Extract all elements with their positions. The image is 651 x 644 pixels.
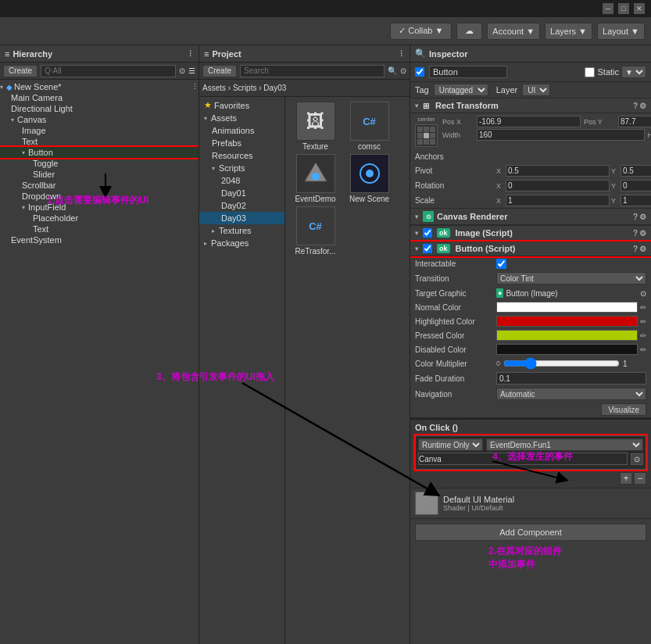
visualize-button[interactable]: Visualize (601, 403, 646, 416)
pivot-cell-center (424, 133, 429, 138)
asset-new-scene[interactable]: New Scene (344, 154, 395, 203)
interactable-checkbox[interactable] (496, 259, 506, 269)
fade-dur-input[interactable] (496, 372, 646, 385)
minimize-button[interactable]: ─ (603, 3, 613, 14)
static-checkbox[interactable] (585, 67, 595, 77)
rect-gear-icon[interactable]: ⚙ (639, 102, 646, 110)
highlighted-color-pencil-icon[interactable]: ✏ (640, 317, 646, 326)
layout-dropdown[interactable]: Layout ▼ (597, 23, 645, 40)
folder-day03[interactable]: Day03 (199, 212, 284, 224)
tree-item-scrollbar[interactable]: Scrollbar (0, 180, 199, 191)
tree-item-new-scene[interactable]: ▾ ◆ New Scene* ⋮ (0, 81, 199, 92)
folder-textures[interactable]: ▸ Textures (199, 224, 284, 237)
on-click-obj-input[interactable] (418, 453, 628, 465)
folder-assets[interactable]: ▾ Assets (199, 112, 284, 124)
hierarchy-more[interactable]: ⋮ (191, 83, 199, 91)
asset-retrasfor[interactable]: C# ReTrasfor... (290, 206, 341, 256)
image-script-checkbox[interactable] (423, 228, 432, 238)
folder-2048[interactable]: 2048 (199, 174, 284, 187)
canvas-renderer-header[interactable]: ▾ ⊙ Canvas Renderer ? ⚙ (410, 209, 651, 225)
button-script-checkbox[interactable] (423, 244, 432, 253)
button-script-header[interactable]: ▾ ok Button (Script) ? ⚙ (410, 242, 651, 256)
tree-item-inputfield[interactable]: ▾ InputField (0, 202, 199, 213)
folder-packages[interactable]: ▸ Packages (199, 237, 284, 249)
rect-transform-header[interactable]: ▾ ⊞ Rect Transform ? ⚙ (410, 98, 651, 113)
image-script-gear-icon[interactable]: ⚙ (639, 229, 646, 238)
scale-x-input[interactable] (506, 195, 610, 206)
tree-item-text2[interactable]: Text (0, 224, 199, 234)
folder-resources[interactable]: Resources (199, 149, 284, 162)
rot-x-input[interactable] (506, 180, 610, 191)
folder-day02[interactable]: Day02 (199, 199, 284, 212)
disabled-color-pencil-icon[interactable]: ✏ (640, 345, 646, 354)
tree-item-slider[interactable]: Slider (0, 169, 199, 180)
tree-item-text[interactable]: Text (0, 136, 199, 147)
project-search-input[interactable] (240, 65, 385, 77)
image-script-help-icon[interactable]: ? (633, 229, 638, 238)
normal-color-pencil-icon[interactable]: ✏ (640, 303, 646, 312)
pivot-icon[interactable] (415, 124, 438, 147)
tree-item-image[interactable]: Image (0, 125, 199, 136)
normal-color-swatch[interactable] (496, 302, 638, 313)
object-name-input[interactable] (429, 66, 507, 78)
tree-item-toggle[interactable]: Toggle (0, 158, 199, 169)
rot-y-input[interactable] (621, 180, 651, 191)
collab-button[interactable]: ✓ Collab ▼ (390, 23, 452, 40)
pressed-color-swatch[interactable] (496, 330, 638, 341)
account-dropdown[interactable]: Account ▼ (487, 23, 540, 40)
highlighted-color-swatch[interactable] (496, 316, 638, 327)
transition-select[interactable]: Color Tint (496, 272, 646, 284)
tree-item-button[interactable]: ▾ Button (0, 147, 199, 158)
add-event-button[interactable]: + (620, 472, 632, 485)
width-input[interactable] (477, 129, 645, 141)
button-script-gear-icon[interactable]: ⚙ (639, 245, 646, 253)
close-button[interactable]: ✕ (634, 3, 645, 14)
scale-y-input[interactable] (621, 195, 651, 206)
add-component-button[interactable]: Add Component (415, 524, 646, 541)
asset-comsc[interactable]: C# comsc (344, 102, 395, 151)
tree-item-canvas[interactable]: ▾ Canvas (0, 114, 199, 125)
static-dropdown[interactable]: ▼ (621, 66, 646, 78)
pos-x-input[interactable] (477, 116, 581, 127)
rect-help-icon[interactable]: ? (633, 102, 638, 110)
tree-item-dir-light[interactable]: Directional Light (0, 103, 199, 114)
tree-item-eventsystem[interactable]: EventSystem (0, 234, 199, 245)
pos-y-input[interactable] (618, 116, 651, 127)
tag-select[interactable]: Untagged (434, 84, 488, 96)
object-enabled-checkbox[interactable] (415, 67, 424, 77)
pivot-y-input[interactable] (621, 165, 651, 177)
on-click-runtime-select[interactable]: Runtime Only (418, 438, 483, 451)
tree-item-placeholder[interactable]: Placeholder (0, 213, 199, 224)
canvas-renderer-gear-icon[interactable]: ⚙ (639, 213, 646, 221)
on-click-obj-pick[interactable]: ⊙ (631, 453, 643, 465)
asset-eventdemo[interactable]: EventDemo (290, 154, 341, 203)
remove-event-button[interactable]: − (634, 472, 646, 485)
tree-item-main-camera[interactable]: Main Camera (0, 92, 199, 103)
hierarchy-options[interactable]: ⋮ (187, 50, 194, 58)
button-script-help-icon[interactable]: ? (633, 245, 638, 253)
target-graphic-pick-icon[interactable]: ⊙ (640, 289, 646, 298)
pivot-x-input[interactable] (506, 165, 610, 177)
folder-prefabs[interactable]: Prefabs (199, 137, 284, 149)
folder-favorites[interactable]: ★ Favorites (199, 98, 284, 112)
canvas-renderer-help-icon[interactable]: ? (633, 213, 638, 221)
cloud-button[interactable]: ☁ (456, 23, 482, 40)
maximize-button[interactable]: □ (618, 3, 629, 14)
folder-scripts[interactable]: ▾ Scripts (199, 162, 284, 174)
layer-select[interactable]: UI (522, 84, 550, 96)
disabled-color-swatch[interactable] (496, 344, 638, 355)
project-options[interactable]: ⋮ (398, 50, 405, 58)
hierarchy-search-input[interactable] (41, 65, 176, 77)
folder-animations[interactable]: Animations (199, 124, 284, 137)
image-script-header[interactable]: ▾ ok Image (Script) ? ⚙ (410, 226, 651, 241)
hierarchy-create-button[interactable]: Create (3, 65, 38, 77)
tree-item-dropdown[interactable]: Dropdown (0, 191, 199, 202)
on-click-func-select[interactable]: EventDemo.Fun1 (486, 438, 643, 451)
navigation-select[interactable]: Automatic (496, 388, 646, 400)
layers-dropdown[interactable]: Layers ▼ (545, 23, 592, 40)
folder-day01[interactable]: Day01 (199, 187, 284, 199)
asset-texture[interactable]: 🖼 Texture (290, 102, 341, 151)
color-mult-slider[interactable] (503, 359, 620, 368)
pressed-color-pencil-icon[interactable]: ✏ (640, 331, 646, 340)
project-create-button[interactable]: Create (202, 65, 237, 77)
